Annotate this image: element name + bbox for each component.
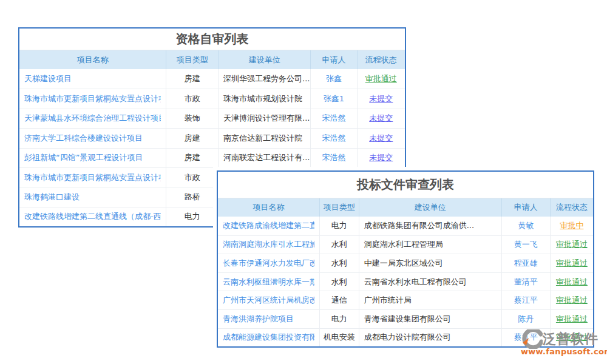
applicant-link[interactable]: 陈丹 <box>518 314 534 325</box>
status-cell: 审批通过 <box>357 69 405 89</box>
project-name-link[interactable]: 湖南洞庭湖水库引水工程施工标 <box>223 239 314 250</box>
project-name-link[interactable]: 珠海市城市更新项目紫桐苑安置点设计项目 <box>24 93 161 104</box>
project-type-cell: 机电安装 <box>319 329 359 347</box>
status-cell: 未提交 <box>357 89 405 108</box>
project-name-link[interactable]: 济南大学工科综合楼建设设计项目 <box>24 133 143 144</box>
applicant-link[interactable]: 董清平 <box>514 277 538 288</box>
table-row: 济南大学工科综合楼建设设计项目 房建 南京信达新工程设计院 宋浩然 未提交 <box>19 128 405 147</box>
project-name-link[interactable]: 彭祖新城“四馆”景观工程设计项目 <box>24 152 143 163</box>
project-name-cell: 珠海鹤港口建设 <box>19 187 166 206</box>
project-type-cell: 电力 <box>319 217 359 235</box>
project-name-link[interactable]: 青海洪湖养护院项目 <box>223 314 294 325</box>
project-name-cell: 云南水利枢纽潜明水库一期工程施工标 <box>218 273 319 291</box>
applicant-link[interactable]: 黄一飞 <box>514 239 538 250</box>
status-cell: 未提交 <box>357 149 405 167</box>
project-type-cell: 水利 <box>319 236 359 254</box>
applicant-link[interactable]: 宋浩然 <box>322 113 346 124</box>
project-name-link[interactable]: 天梯建设项目 <box>24 73 72 84</box>
table-row: 彭祖新城“四馆”景观工程设计项目 房建 河南联宏达工程设计有... 宋浩然 未提… <box>19 148 405 167</box>
project-name-cell: 济南大学工科综合楼建设设计项目 <box>19 129 166 147</box>
status-link[interactable]: 未提交 <box>369 133 393 144</box>
applicant-link[interactable]: 张鑫 <box>326 73 342 84</box>
status-cell: 审批中 <box>550 217 593 235</box>
applicant-cell: 蔡江平 <box>501 291 550 309</box>
table-body: 改建铁路成渝线增建第二直通线（成渝... 电力 成都铁路集团有限公司成渝供...… <box>218 217 593 346</box>
column-header-construction-unit: 建设单位 <box>218 50 310 69</box>
table-row: 青海洪湖养护院项目 电力 青海省建设集团有限公司 陈丹 审批通过 <box>218 309 593 328</box>
project-name-link[interactable]: 广州市天河区统计局机房改造项目 <box>223 295 314 306</box>
project-type-cell: 水利 <box>319 273 359 291</box>
bid-document-review-table: 投标文件审查列表 项目名称 项目类型 建设单位 申请人 流程状态 改建铁路成渝线… <box>217 170 594 348</box>
status-link[interactable]: 审批中 <box>560 220 583 231</box>
project-name-link[interactable]: 长春市伊通河水力发电厂改建工程 <box>223 258 314 269</box>
project-name-cell: 天梯建设项目 <box>19 69 166 89</box>
applicant-cell: 黄一飞 <box>501 236 550 254</box>
project-name-link[interactable]: 成都能源建设集团投资有限公司临时办... <box>223 332 314 343</box>
project-name-link[interactable]: 改建铁路线增建第二线直通线（成都-西安... <box>24 211 161 222</box>
construction-unit-cell: 洞庭湖水利工程管理局 <box>359 236 501 254</box>
table-row: 天梯建设项目 房建 深圳华强工程劳务公司... 张鑫 审批通过 <box>19 69 405 89</box>
project-name-cell: 成都能源建设集团投资有限公司临时办... <box>218 329 319 347</box>
status-link[interactable]: 审批通过 <box>556 314 588 325</box>
project-type-cell: 路桥 <box>166 187 218 206</box>
applicant-link[interactable]: 宋浩然 <box>322 133 346 144</box>
status-cell: 未提交 <box>357 109 405 128</box>
status-link[interactable]: 未提交 <box>369 152 393 163</box>
construction-unit-cell: 中建一局东北区域公司 <box>359 254 501 272</box>
column-header-construction-unit: 建设单位 <box>359 198 501 217</box>
project-type-cell: 通信 <box>319 291 359 309</box>
applicant-cell: 陈丹 <box>501 310 550 328</box>
watermark-brand-row: 泛普软件 <box>521 329 605 349</box>
construction-unit-cell: 珠海市城市规划设计院 <box>218 89 310 108</box>
project-type-cell: 市政 <box>166 89 218 108</box>
status-link[interactable]: 审批通过 <box>556 258 588 269</box>
applicant-link[interactable]: 蔡江平 <box>514 295 538 306</box>
status-link[interactable]: 审批通过 <box>556 239 588 250</box>
applicant-link[interactable]: 张鑫1 <box>324 93 344 104</box>
construction-unit-cell: 深圳华强工程劳务公司... <box>218 69 310 89</box>
applicant-cell: 张鑫1 <box>310 89 356 108</box>
column-header-project-name: 项目名称 <box>218 198 319 217</box>
project-name-cell: 湖南洞庭湖水库引水工程施工标 <box>218 236 319 254</box>
column-header-project-name: 项目名称 <box>19 50 166 69</box>
project-name-link[interactable]: 珠海市城市更新项目紫桐苑安置点设计项目 <box>24 172 161 183</box>
construction-unit-cell: 青海省建设集团有限公司 <box>359 310 501 328</box>
project-type-cell: 电力 <box>166 207 218 226</box>
status-link[interactable]: 未提交 <box>369 93 393 104</box>
status-link[interactable]: 审批通过 <box>556 295 588 306</box>
column-header-applicant: 申请人 <box>310 50 356 69</box>
project-name-link[interactable]: 改建铁路成渝线增建第二直通线（成渝... <box>223 220 314 231</box>
construction-unit-cell: 南京信达新工程设计院 <box>218 129 310 147</box>
applicant-link[interactable]: 黄敏 <box>518 220 534 231</box>
project-type-cell: 房建 <box>166 69 218 89</box>
project-name-cell: 彭祖新城“四馆”景观工程设计项目 <box>19 149 166 167</box>
table-title: 投标文件审查列表 <box>218 172 593 198</box>
status-link[interactable]: 审批通过 <box>365 73 397 84</box>
construction-unit-cell: 云南省水利水电工程有限公司 <box>359 273 501 291</box>
project-name-cell: 青海洪湖养护院项目 <box>218 310 319 328</box>
project-name-link[interactable]: 天津蒙城县水环境综合治理工程设计项目 <box>24 113 161 124</box>
table-row: 广州市天河区统计局机房改造项目 通信 广州市统计局 蔡江平 审批通过 <box>218 291 593 309</box>
table-row: 天津蒙城县水环境综合治理工程设计项目 装饰 天津博润设计管理有限... 宋浩然 … <box>19 109 405 128</box>
status-cell: 审批通过 <box>550 291 593 309</box>
construction-unit-cell: 天津博润设计管理有限... <box>218 109 310 128</box>
column-header-applicant: 申请人 <box>501 198 550 217</box>
status-link[interactable]: 未提交 <box>369 113 393 124</box>
project-name-cell: 珠海市城市更新项目紫桐苑安置点设计项目 <box>19 168 166 187</box>
applicant-cell: 董清平 <box>501 273 550 291</box>
watermark-url-text: www.fanpusoft.com <box>521 347 605 356</box>
project-type-cell: 房建 <box>166 149 218 167</box>
construction-unit-cell: 成都铁路集团有限公司成渝供... <box>359 217 501 235</box>
project-name-link[interactable]: 云南水利枢纽潜明水库一期工程施工标 <box>223 277 314 288</box>
table-row: 改建铁路成渝线增建第二直通线（成渝... 电力 成都铁路集团有限公司成渝供...… <box>218 217 593 235</box>
status-link[interactable]: 审批通过 <box>556 277 588 288</box>
fanpu-logo-icon <box>521 329 543 349</box>
applicant-link[interactable]: 宋浩然 <box>322 152 346 163</box>
project-name-link[interactable]: 珠海鹤港口建设 <box>24 192 80 203</box>
project-type-cell: 装饰 <box>166 109 218 128</box>
status-cell: 审批通过 <box>550 310 593 328</box>
column-header-status: 流程状态 <box>357 50 405 69</box>
status-cell: 审批通过 <box>550 273 593 291</box>
project-name-cell: 改建铁路线增建第二线直通线（成都-西安... <box>19 207 166 226</box>
applicant-link[interactable]: 程亚雄 <box>514 258 538 269</box>
